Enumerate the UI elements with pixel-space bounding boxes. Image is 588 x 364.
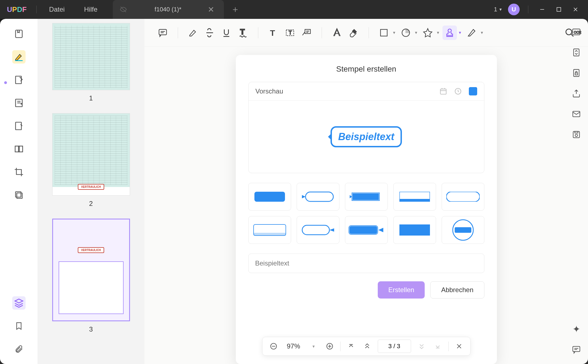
svg-point-30	[448, 29, 451, 32]
tool-stamp-button[interactable]	[442, 26, 457, 40]
chat-button[interactable]	[570, 343, 582, 356]
rail-highlight-button[interactable]	[12, 50, 26, 64]
svg-marker-44	[350, 195, 352, 198]
menu-help[interactable]: Hilfe	[74, 6, 107, 13]
next-page-button[interactable]	[416, 341, 427, 352]
thumbnails-panel: 1 VERTRAULICH 2 VERTRAULICH 3	[37, 19, 144, 364]
stamp-shape-8[interactable]	[345, 216, 388, 244]
last-page-button[interactable]	[432, 341, 443, 352]
calendar-icon[interactable]	[439, 87, 447, 95]
rail-edit-button[interactable]	[12, 73, 26, 87]
tool-pin-button[interactable]	[421, 26, 435, 40]
tool-text-button[interactable]: T	[266, 26, 281, 40]
tab-add-button[interactable]: ＋	[231, 3, 240, 16]
prev-page-button[interactable]	[362, 341, 373, 352]
svg-rect-15	[17, 193, 22, 199]
page-input[interactable]	[378, 340, 411, 353]
first-page-button[interactable]	[346, 341, 357, 352]
tool-underline-button[interactable]	[219, 26, 234, 40]
main-area: T T T ▾ ▾ ▾ ▾ ▾ Stempel erstellen	[144, 19, 588, 364]
svg-rect-50	[302, 225, 329, 235]
user-avatar[interactable]: U	[508, 4, 520, 15]
svg-rect-64	[575, 73, 578, 75]
tab-close-button[interactable]: ✕	[205, 5, 217, 14]
share-button[interactable]	[570, 87, 582, 100]
stamp-shape-4[interactable]	[393, 183, 436, 211]
tool-signature-button[interactable]	[464, 26, 479, 40]
thumbnail-page-3[interactable]: VERTRAULICH	[52, 219, 130, 321]
tool-sticker-dropdown[interactable]: ▾	[414, 30, 418, 35]
titlebar: UPDF Datei Hilfe f1040 (1)* ✕ ＋ 1▼ U	[0, 0, 588, 19]
color-picker-swatch[interactable]	[469, 87, 477, 95]
stamp-shape-5[interactable]	[442, 183, 484, 211]
tool-callout-button[interactable]	[299, 26, 314, 40]
stamp-shape-2[interactable]	[297, 183, 339, 211]
tool-squiggly-button[interactable]: T	[236, 26, 250, 40]
tool-eraser-button[interactable]	[346, 26, 361, 40]
stamp-shape-10[interactable]	[442, 216, 484, 244]
rail-crop-button[interactable]	[12, 165, 26, 179]
close-nav-button[interactable]	[454, 341, 465, 352]
svg-text:T: T	[240, 28, 245, 36]
thumbnail-page-1[interactable]	[52, 23, 130, 90]
stamp-preview: Beispieltext	[331, 126, 402, 147]
rail-bookmark-button[interactable]	[12, 319, 26, 333]
tool-pin-dropdown[interactable]: ▾	[436, 30, 440, 35]
stamp-shape-6[interactable]	[248, 216, 291, 244]
tool-strikethrough-button[interactable]	[202, 26, 217, 40]
preview-label: Vorschau	[256, 87, 283, 95]
rail-compare-button[interactable]	[12, 142, 26, 156]
stamp-shape-1[interactable]	[248, 183, 291, 211]
svg-rect-17	[159, 29, 167, 35]
tool-sticker-button[interactable]	[399, 26, 413, 40]
app-logo: UPDF	[0, 5, 34, 14]
tool-signature-dropdown[interactable]: ▾	[480, 30, 484, 35]
zoom-out-button[interactable]	[268, 341, 279, 352]
zoom-in-button[interactable]	[324, 341, 335, 352]
ai-assistant-button[interactable]: ✦	[570, 323, 582, 335]
convert-button[interactable]	[570, 46, 582, 59]
window-close-button[interactable]	[570, 4, 581, 15]
save-button[interactable]	[570, 128, 582, 141]
tool-shape-dropdown[interactable]: ▾	[392, 30, 396, 35]
rail-attachment-button[interactable]	[12, 342, 26, 356]
svg-rect-46	[399, 199, 430, 202]
stamp-shape-7[interactable]	[297, 216, 339, 244]
tool-stamp-dropdown[interactable]: ▾	[458, 30, 462, 35]
tool-comment-button[interactable]	[156, 26, 170, 40]
svg-rect-49	[254, 233, 286, 236]
tool-shape-button[interactable]	[377, 26, 391, 40]
tool-highlighter-button[interactable]	[186, 26, 200, 40]
cancel-button[interactable]: Abbrechen	[430, 281, 484, 299]
menu-file[interactable]: Datei	[39, 6, 74, 13]
svg-text:OCR: OCR	[574, 31, 581, 34]
window-minimize-button[interactable]	[537, 4, 548, 15]
window-maximize-button[interactable]	[553, 4, 564, 15]
thumbnail-page-2[interactable]: VERTRAULICH	[52, 113, 130, 196]
svg-text:T: T	[289, 30, 292, 36]
window-count[interactable]: 1▼	[494, 6, 502, 13]
email-button[interactable]	[570, 108, 582, 120]
svg-marker-41	[302, 195, 306, 198]
stamp-shape-3[interactable]	[345, 183, 388, 211]
protect-button[interactable]	[570, 67, 582, 79]
thumbnail-label-2: 2	[46, 200, 136, 208]
create-button[interactable]: Erstellen	[378, 281, 425, 299]
rail-layers-button[interactable]	[12, 296, 26, 310]
rail-pages-button[interactable]	[12, 96, 26, 110]
tool-pencil-button[interactable]	[330, 26, 344, 40]
svg-rect-34	[440, 89, 446, 94]
tool-textbox-button[interactable]: T	[283, 26, 297, 40]
rail-copy-button[interactable]	[12, 188, 26, 202]
ocr-button[interactable]: OCR	[570, 26, 582, 38]
stamp-shape-9[interactable]	[393, 216, 436, 244]
svg-rect-57	[399, 228, 430, 232]
svg-rect-40	[306, 192, 333, 201]
stamp-text-input[interactable]	[248, 254, 484, 273]
clock-icon[interactable]	[454, 87, 462, 95]
svg-rect-56	[399, 232, 430, 236]
rail-form-button[interactable]	[12, 119, 26, 133]
document-tab[interactable]: f1040 (1)* ✕	[113, 0, 224, 19]
zoom-dropdown[interactable]: ▾	[308, 341, 319, 352]
rail-bookmarks-button[interactable]	[12, 27, 26, 41]
